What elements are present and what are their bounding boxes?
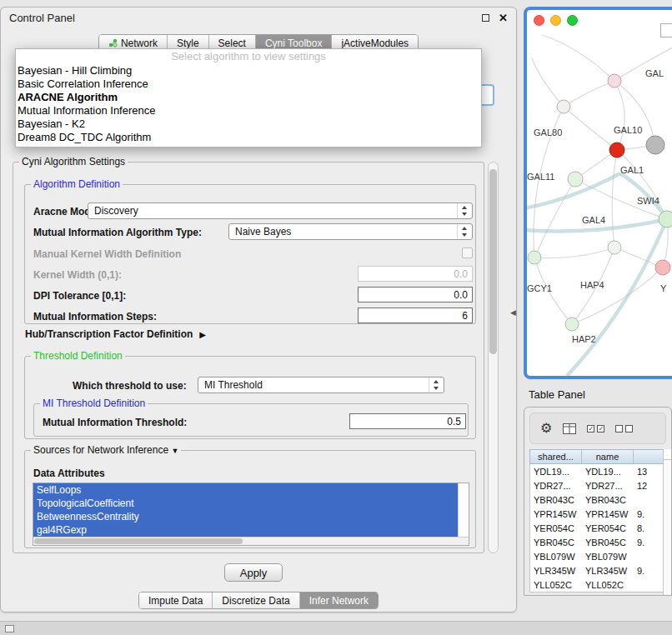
cell-value[interactable]: 9.: [634, 509, 665, 519]
table-row[interactable]: YER054C YER054C 8.: [530, 521, 665, 535]
network-node[interactable]: [528, 251, 541, 264]
cell-value[interactable]: 9.: [634, 566, 665, 576]
table-row[interactable]: YBR045C YBR045C 9.: [530, 535, 665, 549]
hide-all-columns-icon[interactable]: [615, 425, 633, 432]
cell-shared-name[interactable]: YDR27...: [530, 481, 582, 491]
network-edge[interactable]: [534, 179, 575, 258]
algorithm-option[interactable]: Dream8 DC_TDC Algorithm: [16, 131, 481, 144]
attribute-list-item[interactable]: SelfLoops: [33, 483, 458, 497]
tab-infer-network[interactable]: Infer Network: [300, 592, 378, 608]
cell-name[interactable]: YER054C: [582, 523, 634, 533]
threshold-select[interactable]: MI Threshold: [198, 377, 444, 393]
show-all-columns-icon[interactable]: ✓ ✓: [587, 425, 604, 432]
network-node[interactable]: [608, 74, 621, 88]
columns-icon[interactable]: [563, 423, 576, 434]
splitter-collapse-icon[interactable]: ◀: [510, 308, 516, 317]
algorithm-option[interactable]: Basic Correlation Inference: [16, 78, 481, 91]
mi-threshold-input[interactable]: 0.5: [349, 413, 466, 429]
cell-name[interactable]: YBR043C: [582, 495, 634, 505]
cell-value[interactable]: 12: [634, 481, 665, 491]
network-node[interactable]: [609, 142, 624, 158]
network-node[interactable]: [646, 136, 664, 154]
collapse-arrow-icon[interactable]: ▼: [171, 447, 178, 455]
column-header-shared-name[interactable]: shared...: [530, 450, 582, 463]
cell-name[interactable]: YBR045C: [582, 538, 634, 548]
cell-shared-name[interactable]: YBL079W: [530, 552, 582, 562]
cell-shared-name[interactable]: YBR043C: [530, 495, 582, 505]
close-traffic-light[interactable]: [534, 15, 544, 26]
mi-type-select[interactable]: Naive Bayes: [228, 223, 473, 240]
cell-shared-name[interactable]: YBR045C: [530, 538, 582, 548]
list-vertical-scrollbar[interactable]: [458, 483, 469, 537]
network-node[interactable]: [568, 172, 583, 187]
mi-steps-input[interactable]: 6: [358, 308, 473, 323]
column-header-name[interactable]: name: [582, 450, 634, 463]
algorithm-option[interactable]: Bayesian - Hill Climbing: [16, 64, 481, 78]
cell-name[interactable]: YDL19...: [582, 467, 634, 477]
zoom-traffic-light[interactable]: [567, 15, 578, 26]
network-node[interactable]: [557, 100, 570, 113]
scrollbar-button[interactable]: [664, 449, 671, 460]
settings-scrollbar[interactable]: [488, 162, 499, 553]
cell-shared-name[interactable]: YPR145W: [530, 509, 582, 519]
expand-arrow-icon[interactable]: ▶: [199, 330, 206, 339]
close-window-icon[interactable]: ✕: [499, 12, 508, 23]
table-row[interactable]: YPR145W YPR145W 9.: [530, 507, 665, 521]
column-header-extra[interactable]: [634, 450, 665, 463]
network-node[interactable]: [655, 260, 670, 275]
network-edge[interactable]: [532, 58, 564, 107]
table-row[interactable]: YBR043C YBR043C: [530, 492, 665, 507]
network-scroll-button[interactable]: [660, 23, 672, 38]
cell-value[interactable]: 13: [634, 467, 665, 477]
cell-shared-name[interactable]: YLR345W: [530, 566, 582, 576]
attribute-list-item[interactable]: gal4RGexp: [33, 523, 458, 537]
network-graph[interactable]: GALGAL80GAL10GAL11GAL1SWI4GAL4GCY1HAP4YH…: [527, 10, 672, 376]
algorithm-option[interactable]: Mutual Information Inference: [16, 104, 481, 118]
table-row[interactable]: YLL052C YLL052C: [530, 578, 665, 592]
table-scrollbar[interactable]: [663, 449, 671, 595]
network-edge[interactable]: [564, 81, 614, 107]
table-row[interactable]: YDR27... YDR27... 12: [530, 478, 665, 492]
cell-name[interactable]: YDR27...: [582, 481, 634, 491]
cell-value[interactable]: 9.: [634, 538, 665, 548]
list-horizontal-scrollbar[interactable]: [33, 537, 469, 545]
algorithm-option[interactable]: Bayesian - K2: [16, 118, 481, 131]
minimize-traffic-light[interactable]: [550, 15, 561, 26]
tab-discretize-data[interactable]: Discretize Data: [213, 592, 299, 608]
network-node[interactable]: [565, 318, 579, 331]
network-edge[interactable]: [614, 81, 655, 145]
algorithm-option[interactable]: ARACNE Algorithm: [16, 91, 481, 104]
aracne-mode-select[interactable]: Discovery: [88, 202, 473, 219]
scrollbar-thumb[interactable]: [34, 538, 243, 544]
sources-group-title[interactable]: Sources for Network Inference ▼: [31, 444, 181, 456]
network-edge[interactable]: [614, 81, 624, 150]
dpi-tolerance-input[interactable]: 0.0: [358, 287, 473, 302]
attribute-list-item[interactable]: TopologicalCoefficient: [33, 497, 458, 510]
apply-button[interactable]: Apply: [224, 563, 283, 582]
network-node[interactable]: [659, 211, 672, 228]
network-edge[interactable]: [534, 248, 614, 258]
table-row[interactable]: YLR345W YLR345W 9.: [530, 563, 665, 578]
cell-name[interactable]: YLR345W: [582, 566, 634, 576]
table-row[interactable]: YDL19... YDL19... 13: [530, 464, 665, 478]
panel-toggle-icon[interactable]: [5, 625, 14, 632]
tab-impute-data[interactable]: Impute Data: [139, 592, 213, 608]
cell-name[interactable]: YPR145W: [582, 509, 634, 519]
cell-shared-name[interactable]: YER054C: [530, 523, 582, 533]
attribute-list-item[interactable]: BetweennessCentrality: [33, 510, 458, 523]
gear-icon[interactable]: ⚙: [540, 422, 552, 435]
scrollbar-thumb[interactable]: [489, 169, 497, 354]
float-window-icon[interactable]: [482, 14, 489, 22]
data-attributes-list[interactable]: SelfLoops TopologicalCoefficient Between…: [33, 482, 469, 546]
cell-name[interactable]: YLL052C: [582, 580, 634, 590]
network-node[interactable]: [608, 241, 621, 254]
cell-shared-name[interactable]: YLL052C: [530, 580, 582, 590]
cell-name[interactable]: YBL079W: [582, 552, 634, 562]
table-row[interactable]: YBL079W YBL079W: [530, 549, 665, 563]
cell-value[interactable]: 8.: [634, 523, 665, 533]
hub-definition-expander[interactable]: Hub/Transcription Factor Definition ▶: [25, 328, 206, 340]
network-edge[interactable]: [542, 35, 614, 81]
network-edge[interactable]: [564, 107, 617, 150]
cell-shared-name[interactable]: YDL19...: [530, 467, 582, 477]
network-edge[interactable]: [572, 268, 663, 324]
